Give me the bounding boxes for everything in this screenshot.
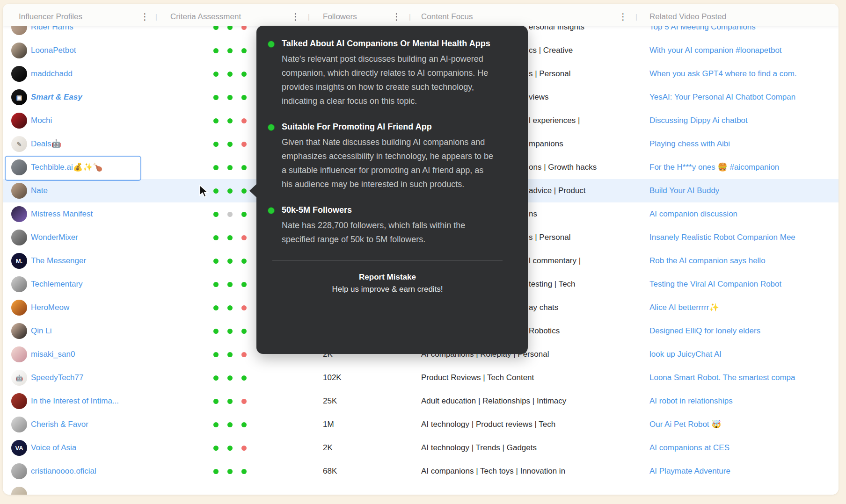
- criteria-pass-dot[interactable]: [227, 48, 233, 53]
- criteria-pass-dot[interactable]: [213, 446, 219, 451]
- related-video-link[interactable]: Loona Smart Robot. The smartest compa: [649, 366, 795, 389]
- criteria-pass-dot[interactable]: [241, 48, 247, 53]
- influencer-name-link[interactable]: misaki_san0: [31, 343, 75, 366]
- criteria-pass-dot[interactable]: [213, 399, 219, 404]
- criteria-pass-dot[interactable]: [227, 422, 233, 427]
- related-video-link[interactable]: AI companions at CES: [649, 436, 729, 460]
- influencer-name-link[interactable]: Nate: [31, 179, 48, 202]
- report-mistake-button[interactable]: Report Mistake: [282, 271, 493, 283]
- criteria-pass-dot[interactable]: [213, 48, 219, 53]
- influencer-name-link[interactable]: The Messenger: [31, 249, 86, 273]
- criteria-fail-dot[interactable]: [241, 399, 247, 404]
- criteria-pass-dot[interactable]: [241, 329, 247, 334]
- criteria-pass-dot[interactable]: [227, 259, 233, 264]
- criteria-pass-dot[interactable]: [241, 375, 247, 381]
- related-video-link[interactable]: Alice AI betterrrrr✨: [649, 296, 719, 319]
- criteria-pass-dot[interactable]: [213, 95, 219, 100]
- criteria-pass-dot[interactable]: [227, 95, 233, 100]
- criteria-pass-dot[interactable]: [227, 329, 233, 334]
- table-row[interactable]: Cherish & Favor1MAI technology | Product…: [3, 413, 839, 437]
- criteria-pass-dot[interactable]: [213, 212, 219, 217]
- criteria-fail-dot[interactable]: [241, 305, 247, 310]
- criteria-pass-dot[interactable]: [227, 446, 233, 451]
- table-row[interactable]: [3, 483, 839, 495]
- criteria-pass-dot[interactable]: [213, 259, 219, 264]
- related-video-link[interactable]: AI Playmate Adventure: [649, 460, 730, 483]
- criteria-pass-dot[interactable]: [241, 259, 247, 264]
- related-video-link[interactable]: When you ask GPT4 where to find a com.: [649, 62, 797, 86]
- criteria-fail-dot[interactable]: [241, 352, 247, 357]
- criteria-fail-dot[interactable]: [241, 235, 247, 240]
- criteria-pass-dot[interactable]: [213, 352, 219, 357]
- table-row[interactable]: In the Interest of Intima...25KAdult edu…: [3, 389, 839, 413]
- related-video-link[interactable]: Playing chess with Aibi: [649, 132, 730, 156]
- table-row[interactable]: VAVoice of Asia2KAI technology | Trends …: [3, 436, 839, 460]
- table-row[interactable]: 🤖SpeedyTech77102KProduct Reviews | Tech …: [3, 366, 839, 390]
- criteria-pass-dot[interactable]: [213, 469, 219, 474]
- criteria-fail-dot[interactable]: [241, 446, 247, 451]
- influencer-name-link[interactable]: In the Interest of Intima...: [31, 389, 119, 413]
- criteria-pass-dot[interactable]: [227, 188, 233, 194]
- criteria-pass-dot[interactable]: [227, 469, 233, 474]
- criteria-fail-dot[interactable]: [241, 142, 247, 147]
- criteria-pass-dot[interactable]: [227, 282, 233, 287]
- criteria-pass-dot[interactable]: [227, 399, 233, 404]
- criteria-pass-dot[interactable]: [241, 188, 247, 194]
- criteria-pass-dot[interactable]: [213, 329, 219, 334]
- criteria-pass-dot[interactable]: [213, 165, 219, 170]
- criteria-pass-dot[interactable]: [213, 375, 219, 381]
- column-menu-kebab-icon[interactable]: ⋮: [140, 6, 149, 28]
- column-menu-kebab-icon[interactable]: ⋮: [392, 6, 401, 28]
- related-video-link[interactable]: AI companion discussion: [649, 202, 737, 226]
- related-video-link[interactable]: Rob the AI companion says hello: [649, 249, 766, 273]
- criteria-pass-dot[interactable]: [241, 212, 247, 217]
- influencer-name-link[interactable]: HeroMeow: [31, 296, 69, 319]
- related-video-link[interactable]: YesAI: Your Personal AI Chatbot Compan: [649, 86, 795, 109]
- influencer-name-link[interactable]: Deals🤖: [31, 132, 61, 156]
- criteria-pass-dot[interactable]: [227, 118, 233, 123]
- criteria-pass-dot[interactable]: [241, 72, 247, 77]
- table-row[interactable]: cristianoooo.oficial68KAI companions | T…: [3, 460, 839, 483]
- criteria-pass-dot[interactable]: [227, 235, 233, 240]
- related-video-link[interactable]: Insanely Realistic Robot Companion Mee: [649, 226, 795, 249]
- related-video-link[interactable]: Build Your AI Buddy: [649, 179, 719, 202]
- influencer-name-link[interactable]: cristianoooo.oficial: [31, 460, 96, 483]
- influencer-name-link[interactable]: WonderMixer: [31, 226, 78, 249]
- criteria-pass-dot[interactable]: [227, 72, 233, 77]
- criteria-pass-dot[interactable]: [241, 95, 247, 100]
- related-video-link[interactable]: Designed ElliQ for lonely elders: [649, 319, 760, 343]
- criteria-pass-dot[interactable]: [227, 142, 233, 147]
- column-menu-kebab-icon[interactable]: ⋮: [619, 6, 627, 28]
- related-video-link[interactable]: With your AI companion #loonapetbot: [649, 39, 782, 62]
- criteria-pass-dot[interactable]: [213, 188, 219, 194]
- influencer-name-link[interactable]: Techlementary: [31, 273, 83, 296]
- related-video-link[interactable]: Our Ai Pet Robot 🤯: [649, 413, 722, 436]
- criteria-pass-dot[interactable]: [227, 305, 233, 310]
- criteria-pass-dot[interactable]: [227, 165, 233, 170]
- related-video-link[interactable]: For the H***y ones 🍔 #aicompanion: [649, 156, 779, 179]
- criteria-pass-dot[interactable]: [213, 282, 219, 287]
- criteria-fail-dot[interactable]: [241, 118, 247, 123]
- influencer-name-link[interactable]: Smart & Easy: [31, 86, 82, 109]
- influencer-name-link[interactable]: maddchadd: [31, 62, 73, 86]
- criteria-pass-dot[interactable]: [241, 469, 247, 474]
- influencer-name-link[interactable]: LoonaPetbot: [31, 39, 76, 62]
- criteria-pass-dot[interactable]: [213, 72, 219, 77]
- column-menu-kebab-icon[interactable]: ⋮: [291, 6, 300, 28]
- related-video-link[interactable]: Discussing Dippy Ai chatbot: [649, 109, 748, 132]
- influencer-name-link[interactable]: Qin Li: [31, 319, 51, 343]
- influencer-name-link[interactable]: Techbible.ai💰✨🍗: [31, 156, 102, 179]
- criteria-pass-dot[interactable]: [213, 305, 219, 310]
- related-video-link[interactable]: AI robot in relationships: [649, 389, 733, 413]
- influencer-name-link[interactable]: Mistress Manifest: [31, 202, 93, 226]
- influencer-name-link[interactable]: Voice of Asia: [31, 436, 76, 460]
- criteria-pass-dot[interactable]: [241, 422, 247, 427]
- influencer-name-link[interactable]: SpeedyTech77: [31, 366, 83, 389]
- criteria-neutral-dot[interactable]: [227, 212, 233, 217]
- related-video-link[interactable]: look up JuicyChat AI: [649, 343, 722, 366]
- criteria-pass-dot[interactable]: [241, 282, 247, 287]
- influencer-name-link[interactable]: Cherish & Favor: [31, 413, 88, 436]
- criteria-pass-dot[interactable]: [227, 375, 233, 381]
- related-video-link[interactable]: Testing the Viral AI Companion Robot: [649, 273, 781, 296]
- criteria-pass-dot[interactable]: [241, 165, 247, 170]
